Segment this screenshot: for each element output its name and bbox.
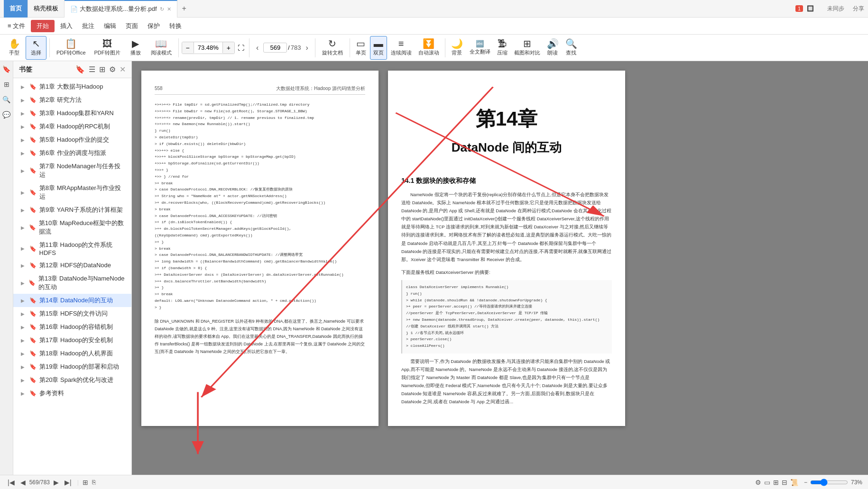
zoom-minus-icon[interactable]: − bbox=[804, 479, 807, 486]
translate-label: 全文翻译 bbox=[470, 48, 490, 55]
pdf-to-image-button[interactable]: 🖼 PDF转图片 bbox=[91, 36, 124, 60]
menu-start[interactable]: 开始 bbox=[31, 20, 55, 32]
menu-file[interactable]: ≡ 文件 bbox=[4, 20, 29, 32]
chapter-label: 第12章 HDFS的DataNode bbox=[39, 261, 111, 270]
template-tab[interactable]: 稿壳模板 bbox=[28, 0, 65, 18]
bookmark-add-icon[interactable]: 🔖 bbox=[75, 65, 85, 74]
zoom-in-button[interactable]: + bbox=[223, 42, 234, 54]
zoom-out-button[interactable]: − bbox=[182, 42, 194, 54]
full-translate-button[interactable]: 🔤 全文翻译 bbox=[467, 36, 493, 60]
chapter-bookmark-icon: 🔖 bbox=[29, 390, 37, 397]
new-tab-button[interactable]: + bbox=[177, 0, 191, 18]
menu-edit[interactable]: 编辑 bbox=[100, 20, 120, 32]
compress-button[interactable]: 🗜 压缩 bbox=[494, 36, 510, 60]
bookmark-item[interactable]: ▶ 🔖 第16章 Hadoop的容错机制 bbox=[13, 320, 131, 334]
select-tool-button[interactable]: ↖ 选择 bbox=[26, 36, 46, 60]
chapter-bookmark-icon: 🔖 bbox=[29, 123, 37, 130]
menu-protect[interactable]: 保护 bbox=[144, 20, 164, 32]
bookmark-item[interactable]: ▶ 🔖 第17章 Hadoop的安全机制 bbox=[13, 334, 131, 347]
read-aloud-button[interactable]: 🔊 朗读 bbox=[544, 36, 562, 60]
chapter-label: 第20章 Spark的优化与改进 bbox=[39, 376, 113, 384]
pdf-pages-container[interactable]: 558 大数据处理系统：Hadoop 源代码情景分析 +>+>++> File … bbox=[132, 61, 868, 475]
pdf-tab-refresh[interactable]: ↻ bbox=[160, 6, 164, 12]
bookmark-item[interactable]: ▶ 🔖 第11章 Hadoop的文件系统HDFS bbox=[13, 238, 131, 259]
auto-scroll-button[interactable]: ⏬ 自动滚动 bbox=[416, 36, 442, 60]
bookmark-item[interactable]: ▶ 🔖 第18章 Hadoop的人机界面 bbox=[13, 347, 131, 360]
chapter-arrow-icon: ▶ bbox=[21, 351, 27, 356]
pdf-tab-close[interactable]: ✕ bbox=[167, 6, 171, 12]
bookmark-settings-icon[interactable]: ⚙ bbox=[109, 65, 116, 74]
annotation-panel-button[interactable]: 💬 bbox=[1, 109, 12, 120]
status-settings-icon[interactable]: ⚙ bbox=[755, 479, 761, 486]
status-scroll-icon[interactable]: 📜 bbox=[790, 479, 798, 486]
bookmark-item[interactable]: ▶ 🔖 第13章 DataNode与NameNode的互动 bbox=[13, 272, 131, 294]
bookmark-item[interactable]: ▶ 🔖 第9章 YARN子系统的计算框架 bbox=[13, 203, 131, 217]
status-single-view-icon[interactable]: ▭ bbox=[764, 479, 770, 486]
bookmark-item[interactable]: ▶ 🔖 第14章 DataNode间的互动 bbox=[13, 294, 131, 307]
expand-icon[interactable]: ⛶ bbox=[238, 44, 244, 52]
page-number-input[interactable] bbox=[263, 43, 287, 53]
chapter-bookmark-icon: 🔖 bbox=[29, 324, 37, 330]
thumbnail-panel-button[interactable]: ⊞ bbox=[1, 79, 12, 90]
bookmark-item[interactable]: ▶ 🔖 第6章 作业的调度与指派 bbox=[13, 146, 131, 160]
zoom-slider[interactable] bbox=[810, 479, 848, 486]
bookmark-item[interactable]: ▶ 🔖 第20章 Spark的优化与改进 bbox=[13, 373, 131, 387]
status-extract-page[interactable]: ⎘ bbox=[92, 479, 96, 486]
play-button[interactable]: ▶ 播放 bbox=[125, 36, 146, 60]
bookmark-item[interactable]: ▶ 🔖 第5章 Hadoop作业的提交 bbox=[13, 133, 131, 146]
sidebar-close-button[interactable]: ✕ bbox=[120, 65, 126, 74]
continuous-read-button[interactable]: ≡ 连续阅读 bbox=[388, 36, 415, 60]
chapter-label: 第6章 作业的调度与指派 bbox=[39, 149, 106, 157]
prev-page-button[interactable]: ‹ bbox=[252, 42, 262, 54]
window-control-min[interactable]: 🔲 bbox=[807, 5, 814, 12]
code-line: +>> } //end for bbox=[155, 174, 365, 180]
page-left-content: 558 大数据处理系统：Hadoop 源代码情景分析 +>+>++> File … bbox=[141, 71, 379, 426]
hand-tool-button[interactable]: ✋ 手型 bbox=[4, 36, 25, 60]
bookmark-item[interactable]: ▶ 🔖 第8章 MRAppMaster与作业投运 bbox=[13, 181, 131, 203]
menu-insert[interactable]: 插入 bbox=[56, 20, 76, 32]
status-last-page[interactable]: ▶| bbox=[63, 479, 74, 486]
chapter-label: 第16章 Hadoop的容错机制 bbox=[39, 323, 113, 331]
rotate-doc-button[interactable]: ↻ 旋转文档 bbox=[318, 36, 347, 60]
share-label[interactable]: 分享 bbox=[853, 5, 864, 13]
code-line: > peerServer.close() bbox=[406, 336, 608, 343]
status-double-view-icon[interactable]: ⊞ bbox=[773, 479, 779, 486]
bookmark-item[interactable]: ▶ 🔖 第4章 Hadoop的RPC机制 bbox=[13, 120, 131, 133]
sync-label[interactable]: 未同步 bbox=[827, 5, 844, 13]
bookmark-item[interactable]: ▶ 🔖 第10章 MapReduce框架中的数据流 bbox=[13, 217, 131, 238]
status-grid-icon[interactable]: ⊟ bbox=[782, 479, 787, 486]
status-next-page[interactable]: ▶ bbox=[52, 479, 61, 486]
bookmark-list-icon[interactable]: ☰ bbox=[89, 65, 95, 74]
bookmark-expand-icon[interactable]: ⊞ bbox=[99, 65, 105, 74]
status-add-page[interactable]: ⊞ bbox=[83, 479, 88, 486]
menu-convert[interactable]: 转换 bbox=[166, 20, 185, 32]
status-prev-page[interactable]: ◀ bbox=[18, 479, 28, 486]
single-page-button[interactable]: ▭ 单页 bbox=[353, 36, 369, 60]
zoom-value[interactable]: 73.48% bbox=[194, 42, 223, 53]
search-panel-button[interactable]: 🔍 bbox=[1, 94, 12, 105]
pdf-viewer-area[interactable]: 558 大数据处理系统：Hadoop 源代码情景分析 +>+>++> File … bbox=[132, 61, 868, 475]
bookmark-item[interactable]: ▶ 🔖 第7章 NodeManager与任务投运 bbox=[13, 160, 131, 181]
next-page-button[interactable]: › bbox=[302, 42, 312, 54]
screenshot-compare-button[interactable]: ⊞ 截图和对比 bbox=[511, 36, 543, 60]
home-tab[interactable]: 首页 bbox=[4, 0, 28, 18]
background-button[interactable]: 🌙 背景 bbox=[448, 36, 466, 60]
read-mode-button[interactable]: 📖 阅读模式 bbox=[147, 36, 175, 60]
find-button[interactable]: 🔍 查找 bbox=[563, 36, 580, 60]
bookmark-item[interactable]: ▶ 🔖 第15章 HDFS的文件访问 bbox=[13, 307, 131, 320]
menu-page[interactable]: 页面 bbox=[122, 20, 142, 32]
bookmark-panel-button[interactable]: 🔖 bbox=[1, 64, 12, 74]
pdf-to-office-button[interactable]: 📋 PDF转Office bbox=[53, 36, 90, 60]
double-page-button[interactable]: ▬ 双页 bbox=[370, 36, 387, 60]
bookmark-item[interactable]: ▶ 🔖 第1章 大数据与Hadoop bbox=[13, 80, 131, 93]
toolbar: ✋ 手型 ↖ 选择 📋 PDF转Office 🖼 PDF转图片 ▶ 播放 📖 阅… bbox=[0, 35, 868, 61]
pdf-tab[interactable]: 📄 大数据处理系统...量分析.pdf ↻ ✕ bbox=[65, 0, 177, 18]
bookmark-item[interactable]: ▶ 🔖 第12章 HDFS的DataNode bbox=[13, 259, 131, 272]
bookmark-item[interactable]: ▶ 🔖 第19章 Hadoop的部署和启动 bbox=[13, 360, 131, 373]
bookmark-item[interactable]: ▶ 🔖 第3章 Hadoop集群和YARN bbox=[13, 107, 131, 120]
bookmark-item[interactable]: ▶ 🔖 参考资料 bbox=[13, 387, 131, 400]
menu-annotate[interactable]: 批注 bbox=[78, 20, 98, 32]
status-first-page[interactable]: |◀ bbox=[6, 479, 17, 486]
bookmark-item[interactable]: ▶ 🔖 第2章 研究方法 bbox=[13, 93, 131, 107]
chapter-arrow-icon: ▶ bbox=[21, 124, 27, 129]
